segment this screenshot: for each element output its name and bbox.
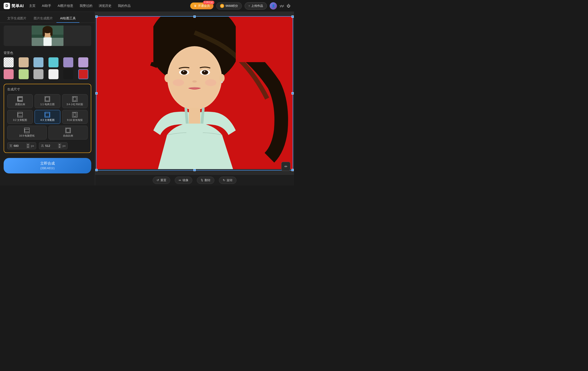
avatar-icon: 👤 xyxy=(272,4,275,8)
color-cyan[interactable] xyxy=(48,57,58,67)
tab-img-to-img[interactable]: 图片生成图片 xyxy=(30,15,56,23)
size-3-2-label: 3:2 文章配图 xyxy=(13,118,27,122)
height-up[interactable]: ▲ xyxy=(58,143,61,146)
avatar[interactable]: 👤 xyxy=(270,2,277,10)
svg-rect-14 xyxy=(25,129,29,132)
size-original[interactable]: 原图比例 xyxy=(7,94,33,108)
color-pink[interactable] xyxy=(4,69,14,79)
size-section: 生成尺寸 原图比例 1:1 电商主图 xyxy=(4,84,91,153)
color-beige[interactable] xyxy=(19,57,29,67)
nav-ai-image[interactable]: AI图片创意 xyxy=(58,4,73,8)
handle-middle-right[interactable] xyxy=(292,92,294,95)
color-transparent[interactable] xyxy=(4,57,14,67)
rotate-button[interactable]: ↻ 旋转 xyxy=(219,177,236,184)
edit-overlay-button[interactable] xyxy=(281,162,290,171)
points-coin-icon: ● xyxy=(220,4,224,8)
generate-label: 立即合成 xyxy=(7,161,88,166)
mirror-icon: ⇔ xyxy=(179,179,181,182)
svg-rect-12 xyxy=(45,113,49,116)
height-down[interactable]: ▼ xyxy=(58,146,61,148)
handle-middle-left[interactable] xyxy=(95,92,98,95)
svg-rect-7 xyxy=(18,97,22,101)
handle-top-middle[interactable] xyxy=(193,15,196,18)
handle-bottom-left[interactable] xyxy=(95,169,98,171)
svg-point-39 xyxy=(205,79,216,86)
color-white[interactable] xyxy=(48,69,58,79)
height-input[interactable] xyxy=(45,144,57,148)
color-black[interactable] xyxy=(63,69,73,79)
mirror-button[interactable]: ⇔ 镜像 xyxy=(175,177,192,184)
size-grid-row3: 16:9 电脑壁纸 自由比例 xyxy=(7,126,88,139)
size-9-16[interactable]: 9:16 宣传海报 xyxy=(62,110,88,124)
svg-rect-3 xyxy=(43,37,52,46)
nav-my-works[interactable]: 我的作品 xyxy=(118,4,131,8)
canvas-container xyxy=(95,12,294,175)
color-lightgreen[interactable] xyxy=(19,69,29,79)
nav-ai-assistant[interactable]: AI助手 xyxy=(42,4,51,8)
size-3-2-icon xyxy=(17,112,23,117)
rotate-icon: ↻ xyxy=(223,179,225,182)
logo[interactable]: D 简单AI xyxy=(4,3,24,9)
upload-button[interactable]: 上传作品 xyxy=(245,2,267,10)
member-label: 开通会员 xyxy=(198,4,210,8)
height-unit: px xyxy=(63,144,66,148)
color-red[interactable] xyxy=(78,69,88,79)
size-1-1[interactable]: 1:1 电商主图 xyxy=(35,94,60,108)
width-up[interactable]: ▲ xyxy=(26,143,30,146)
handle-top-left[interactable] xyxy=(95,15,98,18)
size-16-9-label: 16:9 电脑壁纸 xyxy=(19,134,35,138)
canvas-frame[interactable] xyxy=(96,16,293,170)
size-16-9-icon xyxy=(24,128,30,133)
size-4-3-icon xyxy=(45,112,50,117)
size-16-9[interactable]: 16:9 电脑壁纸 xyxy=(7,126,47,139)
color-gray[interactable] xyxy=(33,69,43,79)
points-button[interactable]: ● 9668积分 xyxy=(216,2,242,10)
username[interactable]: yiyi xyxy=(280,4,284,8)
svg-point-19 xyxy=(168,47,221,109)
flip-button[interactable]: ⇅ 翻转 xyxy=(197,177,214,184)
points-label: 9668积分 xyxy=(226,4,238,8)
size-9-16-icon xyxy=(72,112,78,117)
size-3-4[interactable]: 3:4 小红书封面 xyxy=(62,94,88,108)
size-free-icon xyxy=(65,128,71,133)
width-down[interactable]: ▼ xyxy=(26,146,30,148)
nav-liked[interactable]: 我赞过的 xyxy=(80,4,92,8)
member-button[interactable]: ♛ 开通会员 0.99元起 xyxy=(190,2,213,9)
handle-top-right[interactable] xyxy=(292,15,294,18)
size-1-1-label: 1:1 电商主图 xyxy=(40,103,54,106)
upload-label: 上传作品 xyxy=(251,4,263,8)
handle-bottom-middle[interactable] xyxy=(193,169,196,171)
generate-sub-label: (消耗4积分) xyxy=(7,166,88,170)
image-preview-box xyxy=(4,25,91,46)
color-purple[interactable] xyxy=(63,57,73,67)
color-lavender[interactable] xyxy=(78,57,88,67)
reset-button[interactable]: ↺ 重置 xyxy=(153,177,170,184)
reset-icon: ↺ xyxy=(157,179,159,182)
rotate-label: 旋转 xyxy=(227,178,232,182)
color-lightblue[interactable] xyxy=(33,57,43,67)
image-preview-area xyxy=(0,23,95,49)
size-4-3[interactable]: 4:3 文章配图 xyxy=(35,110,60,124)
flip-label: 翻转 xyxy=(205,178,210,182)
size-3-2[interactable]: 3:2 文章配图 xyxy=(7,110,33,124)
canvas-area: ↺ 重置 ⇔ 镜像 ⇅ 翻转 ↻ 旋转 xyxy=(95,12,294,186)
handle-bottom-right[interactable] xyxy=(292,169,294,171)
bottom-toolbar: ↺ 重置 ⇔ 镜像 ⇅ 翻转 ↻ 旋转 xyxy=(95,175,294,186)
sidebar-tabs: 文字生成图片 图片生成图片 AI绘图工具 xyxy=(0,12,95,23)
height-group: 高 ▲ ▼ px xyxy=(39,142,68,149)
svg-rect-13 xyxy=(74,113,76,117)
svg-point-27 xyxy=(204,71,205,72)
power-icon[interactable]: ⏻ xyxy=(287,4,290,8)
generate-button[interactable]: 立即合成 (消耗4积分) xyxy=(4,158,91,173)
preview-image xyxy=(32,25,63,46)
height-label: 高 xyxy=(41,144,44,148)
nav-home[interactable]: 主页 xyxy=(29,4,35,8)
nav-history[interactable]: 浏览历史 xyxy=(99,4,112,8)
size-free[interactable]: 自由比例 xyxy=(48,126,88,139)
width-input[interactable] xyxy=(14,144,25,148)
tab-text-to-img[interactable]: 文字生成图片 xyxy=(4,15,30,23)
sidebar: 文字生成图片 图片生成图片 AI绘图工具 xyxy=(0,12,95,186)
tab-ai-draw[interactable]: AI绘图工具 xyxy=(56,15,79,23)
svg-point-31 xyxy=(221,81,223,83)
main-content: 文字生成图片 图片生成图片 AI绘图工具 xyxy=(0,12,294,186)
